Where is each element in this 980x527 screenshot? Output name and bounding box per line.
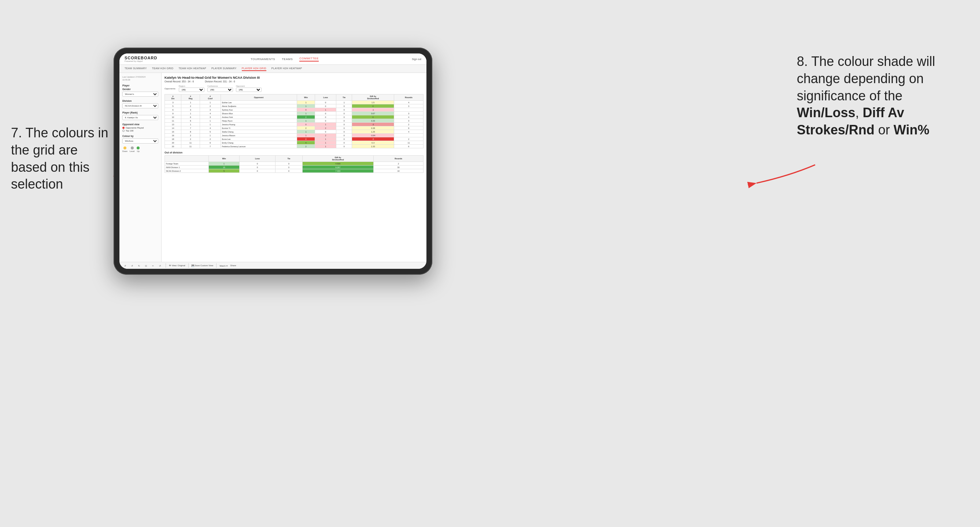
cell-tie: 0 bbox=[336, 105, 352, 108]
table-row: 18 2 2 Euna Lee 0 1 0 -5 2 bbox=[165, 137, 423, 141]
cell-diff: 1.25 bbox=[352, 130, 394, 134]
table-row: 6 3 3 Sydney Kuo 0 1 0 -1 bbox=[165, 108, 423, 112]
gender-select[interactable]: Women's bbox=[123, 92, 158, 97]
radio-opponents-played[interactable]: Opponents Played bbox=[123, 127, 158, 129]
cell-loss: 1 bbox=[315, 141, 336, 144]
cell-div: 11 bbox=[165, 119, 181, 123]
save-custom-btn[interactable]: 💾 Save Custom View bbox=[192, 264, 213, 267]
subnav-player-summary[interactable]: PLAYER SUMMARY bbox=[212, 66, 237, 71]
redo-btn[interactable]: ↻ bbox=[137, 264, 141, 267]
ood-col-diff: Diff AvStrokes/Rnd bbox=[302, 156, 374, 162]
cell-opponent: Jessica Huang bbox=[221, 123, 297, 126]
cell-rounds: 4 bbox=[394, 130, 423, 134]
nav-links: TOURNAMENTS TEAMS COMMITTEE bbox=[251, 57, 319, 62]
cell-opponent: Heeju Hyun bbox=[221, 119, 297, 123]
refresh-btn[interactable]: ↺· bbox=[158, 264, 163, 267]
radio-dot-unselected bbox=[123, 130, 124, 132]
view-original-icon: 👁 bbox=[169, 264, 171, 267]
cell-win: 4 bbox=[297, 141, 315, 144]
legend-up-circle bbox=[137, 146, 140, 149]
subnav-team-h2h-grid[interactable]: TEAM H2H GRID bbox=[152, 66, 173, 71]
undo-btn[interactable]: ↺ bbox=[123, 264, 127, 267]
table-row: 3 1 1 Esther Lee 1 0 1 1.5 4 bbox=[165, 101, 423, 105]
col-rounds: Rounds bbox=[394, 94, 423, 101]
subnav-player-h2h-grid[interactable]: PLAYER H2H GRID bbox=[242, 66, 266, 71]
cell-tie: 0 bbox=[336, 112, 352, 115]
player-rank-select[interactable]: 8. Katelyn Vo bbox=[123, 115, 158, 120]
ood-cell-name: NCAA Division 2 bbox=[165, 169, 209, 173]
out-of-division-table: Win Loss Tie Diff AvStrokes/Rnd Rounds F… bbox=[164, 155, 423, 173]
nav-tournaments[interactable]: TOURNAMENTS bbox=[251, 57, 275, 61]
nav-teams[interactable]: TEAMS bbox=[282, 57, 293, 61]
cell-conf: 2 bbox=[200, 105, 221, 108]
legend-up: Up bbox=[137, 146, 140, 152]
col-div: #Div bbox=[165, 94, 181, 101]
cell-opponent: Emily Chang bbox=[221, 141, 297, 144]
cell-tie: 0 bbox=[336, 141, 352, 144]
division-label: Division bbox=[123, 100, 158, 102]
cell-div: 15 bbox=[165, 130, 181, 134]
ood-cell-rounds: 2 bbox=[374, 162, 423, 165]
cut-btn[interactable]: ✂ bbox=[151, 264, 155, 267]
cell-win: 1 bbox=[297, 101, 315, 105]
undo-btn2[interactable]: ↺ bbox=[130, 264, 134, 267]
cell-diff: -0.94 bbox=[352, 134, 394, 137]
cell-conf: 4 bbox=[200, 112, 221, 115]
gender-label: Gender bbox=[123, 88, 158, 90]
grid-records: Overall Record: 353 - 34 - 6 Division Re… bbox=[164, 80, 423, 83]
legend-down: Down bbox=[123, 146, 127, 152]
cell-opponent: Jessica Mason bbox=[221, 134, 297, 137]
logo-sub: Powered by clippd bbox=[124, 60, 157, 62]
left-annotation: 7. The colours in the grid are based on … bbox=[11, 124, 114, 193]
region-label: Region bbox=[179, 85, 204, 87]
sign-out[interactable]: Sign out bbox=[412, 58, 421, 60]
crop-btn[interactable]: ⊡ bbox=[144, 264, 148, 267]
ood-cell-diff: 4.500 bbox=[302, 162, 374, 165]
cell-opponent: Sharon Mun bbox=[221, 112, 297, 115]
cell-tie: 0 bbox=[336, 134, 352, 137]
radio-top100[interactable]: Top 100 bbox=[123, 130, 158, 132]
grid-title: Katelyn Vo Head-to-Head Grid for Women's… bbox=[164, 76, 423, 79]
cell-reg: 2 bbox=[181, 105, 200, 108]
cell-loss: 2 bbox=[315, 126, 336, 130]
colour-by-select[interactable]: Win/loss bbox=[123, 138, 158, 144]
table-row: 16 2 1 Jessica Mason 1 2 0 -0.94 bbox=[165, 134, 423, 137]
cell-rounds: 11 bbox=[394, 141, 423, 144]
division-select[interactable]: NCAA Division III bbox=[123, 103, 158, 108]
overall-record: Overall Record: 353 - 34 - 6 bbox=[164, 80, 194, 83]
player-rank-label: Player (Rank) bbox=[123, 111, 158, 114]
cell-conf: 2 bbox=[200, 137, 221, 141]
view-original-btn[interactable]: 👁 View: Original bbox=[169, 264, 185, 267]
cell-reg: 7 bbox=[181, 126, 200, 130]
table-row: 14 7 4 Eunice Yi 2 2 0 0.38 9 bbox=[165, 126, 423, 130]
ood-cell-name: NAIA Division 1 bbox=[165, 165, 209, 169]
logo-area: SCOREBOARD Powered by clippd bbox=[124, 56, 157, 62]
watch-btn[interactable]: Watch ▾ bbox=[220, 264, 227, 267]
ood-cell-name: Foreign Team bbox=[165, 162, 209, 165]
col-reg: #Reg bbox=[181, 94, 200, 101]
bottom-toolbar: ↺ ↺ ↻ ⊡ ✂ ↺· 👁 View: Original 💾 Save Cus… bbox=[119, 262, 426, 269]
cell-win: 1 bbox=[297, 130, 315, 134]
col-loss: Loss bbox=[315, 94, 336, 101]
share-btn[interactable]: Share bbox=[231, 264, 236, 267]
cell-reg: 6 bbox=[181, 115, 200, 119]
radio-dot-selected bbox=[123, 127, 124, 129]
region-select[interactable]: (All) bbox=[179, 87, 204, 92]
subnav-team-h2h-heatmap[interactable]: TEAM H2H HEATMAP bbox=[178, 66, 206, 71]
ood-row: Foreign Team 1 0 0 4.500 2 bbox=[165, 162, 423, 165]
filters-row: Opponents: Region (All) Conference (All) bbox=[164, 85, 423, 92]
division-record: Division Record: 331 - 34 - 6 bbox=[205, 80, 235, 83]
cell-loss: 1 bbox=[315, 144, 336, 148]
legend-down-circle bbox=[124, 146, 126, 149]
col-win: Win bbox=[297, 94, 315, 101]
sidebar-gender: Gender Women's bbox=[123, 88, 158, 97]
table-row: 20 11 6 Emily Chang 4 1 0 0.3 11 bbox=[165, 141, 423, 144]
legend-level-circle bbox=[131, 146, 134, 149]
subnav-player-h2h-heatmap[interactable]: PLAYER H2H HEATMAP bbox=[272, 66, 302, 71]
opponent-select[interactable]: (All) bbox=[236, 87, 262, 92]
col-diff: Diff AvStrokes/Rnd bbox=[352, 94, 394, 101]
conference-select[interactable]: (All) bbox=[207, 87, 233, 92]
ood-cell-loss: 0 bbox=[240, 165, 275, 169]
subnav-team-summary[interactable]: TEAM SUMMARY bbox=[124, 66, 147, 71]
nav-committee[interactable]: COMMITTEE bbox=[299, 57, 319, 62]
